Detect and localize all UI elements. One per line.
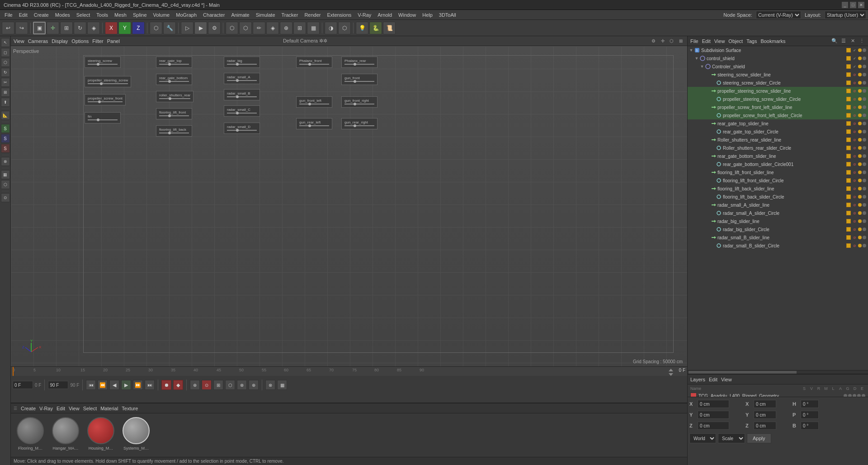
coord-input-p[interactable] <box>801 411 819 419</box>
tree-item-roller-shutters-circle[interactable]: ▷ Roller_shutters_rear_slider_Circle ⊘ <box>688 144 868 152</box>
slider-card-prop-steering[interactable]: propeller_steering_screw <box>85 76 131 87</box>
obj-menu-edit[interactable]: Edit <box>702 38 711 44</box>
vp-icon-maximize[interactable]: ⬡ <box>668 38 675 45</box>
autokey-button[interactable]: ⊙ <box>202 380 212 390</box>
menu-tools[interactable]: Tools <box>94 11 111 19</box>
slider-line-4[interactable] <box>88 119 118 120</box>
slider-line-21[interactable] <box>344 125 374 126</box>
slider-line-20[interactable] <box>299 125 329 126</box>
step-back-button[interactable]: ⏪ <box>98 380 108 390</box>
play-reverse-button[interactable]: ◀ <box>109 380 119 390</box>
obj-menu-bookmarks[interactable]: Bookmarks <box>760 38 785 44</box>
coord-system-select[interactable]: World Object Local <box>689 433 716 443</box>
tree-item-radar-small-a-circle[interactable]: ▷ radar_small_A_slider_Circle ⊘ <box>688 209 868 217</box>
motion-trail-button[interactable]: ⬡ <box>225 380 235 390</box>
mat-menu-select[interactable]: Select <box>83 406 97 411</box>
slider-card-gun-front-right[interactable]: gun_front_right <box>341 96 377 108</box>
undo-button[interactable]: ↩ <box>2 22 14 34</box>
tree-item-propeller-steering-circle[interactable]: ▷ propeller_steering_screw_slider_Circle… <box>688 95 868 103</box>
tree-item-radar-small-b-circle[interactable]: ▷ radar_small_B_slider_Circle ⊘ <box>688 242 868 250</box>
scene-tool[interactable]: ⬡ <box>1 180 10 189</box>
layer-menu-view[interactable]: View <box>721 377 732 382</box>
coord-input-b[interactable] <box>801 422 819 430</box>
mat-hamburger-icon[interactable]: ☰ <box>14 406 17 411</box>
material-item-systems[interactable]: Systems_M… <box>120 417 152 451</box>
nodespace-select[interactable]: Current (V-Ray) <box>756 11 801 19</box>
timeline-last[interactable]: ▦ <box>277 380 287 390</box>
slider-line-18[interactable] <box>299 104 329 104</box>
obj-filter-icon[interactable]: ☰ <box>840 38 847 45</box>
slider-card-gun-rear-right[interactable]: gun_rear_right <box>341 118 377 129</box>
goto-end-button[interactable]: ⏭ <box>145 380 155 390</box>
mat-menu-material[interactable]: Material <box>100 406 118 411</box>
slider-card-radar-big[interactable]: radar_big <box>224 57 260 68</box>
timeline-extra-1[interactable]: ⊞ <box>213 380 223 390</box>
slider-line-12[interactable] <box>227 96 257 97</box>
tree-item-radar-big-circle[interactable]: ▷ radar_big_slider_Circle ⊘ <box>688 225 868 233</box>
obj-search-icon[interactable]: 🔍 <box>831 38 838 45</box>
tree-item-radar-small-b-line[interactable]: ▷ radar_small_B_slider_line ⊘ <box>688 233 868 242</box>
material-item-housing[interactable]: Housing_M… <box>85 417 117 451</box>
s-logo-2[interactable]: S <box>1 134 10 143</box>
slider-line-14[interactable] <box>227 130 257 131</box>
select-tool[interactable]: ↖ <box>1 38 10 47</box>
start-frame-input[interactable] <box>13 381 33 389</box>
mat-menu-edit[interactable]: Edit <box>57 406 65 411</box>
menu-create[interactable]: Create <box>31 11 52 19</box>
layout-select[interactable]: Startup (User) <box>825 11 866 19</box>
vp-menu-cameras[interactable]: Cameras <box>28 38 48 44</box>
axis-tool-button[interactable]: ⬡ <box>150 22 162 34</box>
loop-tool[interactable]: ↻ <box>1 68 10 77</box>
obj-tree-scrollbar[interactable] <box>688 370 868 374</box>
menu-modes[interactable]: Modes <box>52 11 73 19</box>
view-cube-button[interactable]: ⬡ <box>226 22 238 34</box>
sculpt-button[interactable]: ◈ <box>266 22 279 34</box>
coord-input-h[interactable] <box>801 400 819 408</box>
obj-extra-icon[interactable]: ⋮ <box>858 38 865 45</box>
slider-card-rear-gate-top[interactable]: rear_gate_top <box>156 57 192 68</box>
coord-input-ex[interactable] <box>754 400 776 408</box>
slider-card-gun-front-left[interactable]: gun_front_left <box>296 96 332 108</box>
slider-line-13[interactable] <box>227 113 257 114</box>
move-button[interactable]: ✛ <box>47 22 59 34</box>
goto-start-button[interactable]: ⏮ <box>86 380 96 390</box>
mat-menu-view[interactable]: View <box>69 406 80 411</box>
slider-card-gun-rear-left[interactable]: gun_rear_left <box>296 118 332 129</box>
mat-menu-texture[interactable]: Texture <box>122 406 138 411</box>
render-button[interactable]: ▶ <box>194 22 207 34</box>
slider-line-3[interactable] <box>88 101 123 102</box>
tree-item-flooring-back-circle[interactable]: ▷ flooring_lift_back_slider_Circle ⊘ <box>688 193 868 201</box>
slider-card-steering-screw[interactable]: steering_screw <box>85 57 121 68</box>
obj-tree-scrollbar-thumb[interactable] <box>689 371 797 374</box>
bridge-tool[interactable]: ⊞ <box>1 88 10 97</box>
menu-tracker[interactable]: Tracker <box>279 11 301 19</box>
scale-button[interactable]: ⊞ <box>60 22 73 34</box>
vp-icon-fullscreen[interactable]: ⊞ <box>677 38 684 45</box>
obj-close-icon[interactable]: ✕ <box>849 38 856 45</box>
obj-menu-view[interactable]: View <box>714 38 725 44</box>
material-item-flooring[interactable]: Flooring_M… <box>14 417 46 451</box>
slider-line-6[interactable] <box>159 81 189 82</box>
tree-item-steering-screw-slider-line[interactable]: ▷ steering_screw_slider_line ⊘ <box>688 71 868 79</box>
menu-mograph[interactable]: MoGraph <box>173 11 199 19</box>
s-logo-1[interactable]: S <box>1 124 10 133</box>
layer-menu-edit[interactable]: Edit <box>709 377 717 382</box>
layer-tool[interactable]: ▦ <box>1 170 10 179</box>
material-item-hangar[interactable]: Hangar_MA… <box>50 417 81 451</box>
mat-menu-create[interactable]: Create <box>21 406 36 411</box>
coord-input-x[interactable] <box>698 400 729 408</box>
slider-line-9[interactable] <box>159 133 189 133</box>
slider-card-radar-small-c[interactable]: radar_small_C <box>224 105 260 117</box>
tree-item-flooring-front-line[interactable]: ▷ flooring_lift_front_slider_line ⊘ <box>688 168 868 176</box>
tree-item-control-shield[interactable]: ▼ control_shield ✓ <box>688 54 868 62</box>
material-button[interactable]: ⬡ <box>239 22 252 34</box>
obj-menu-object[interactable]: Object <box>728 38 743 44</box>
python-button[interactable]: 🐍 <box>369 22 382 34</box>
menu-file[interactable]: File <box>2 11 15 19</box>
slider-card-radar-small-a[interactable]: radar_small_A <box>224 73 260 84</box>
slider-line-1[interactable] <box>88 64 118 65</box>
play-button[interactable]: ▶ <box>121 380 131 390</box>
slider-line-15[interactable] <box>299 64 329 65</box>
minimize-button[interactable]: _ <box>842 2 848 8</box>
tree-item-flooring-front-circle[interactable]: ▷ flooring_lift_front_slider_Circle ⊘ <box>688 176 868 185</box>
